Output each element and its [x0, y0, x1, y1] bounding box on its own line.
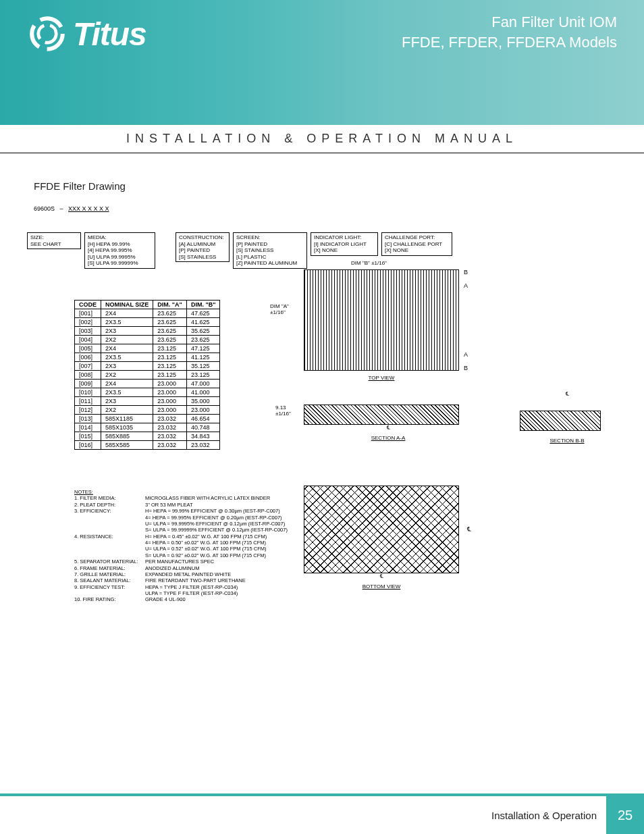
table-cell: [015] — [75, 432, 101, 441]
table-cell: [011] — [75, 397, 101, 406]
table-row: [006]2X3.523.12541.125 — [75, 353, 220, 362]
table-cell: 585X585 — [101, 441, 153, 450]
table-cell: [006] — [75, 353, 101, 362]
table-row: [009]2X423.00047.000 — [75, 380, 220, 388]
bottom-view-label: BOTTOM VIEW — [304, 583, 459, 590]
table-cell: [002] — [75, 318, 101, 327]
note-label: 1. FILTER MEDIA: — [74, 495, 145, 501]
table-cell: 40.748 — [186, 423, 220, 432]
table-row: [002]2X3.523.62541.625 — [75, 318, 220, 327]
note-value: FIRE RETARDANT TWO-PART URETHANE — [145, 577, 246, 583]
table-row: [014]585X103523.03240.748 — [75, 423, 220, 432]
table-cell: 585X885 — [101, 432, 153, 441]
sec-h-label: 9.13 ±1/16" — [275, 405, 291, 417]
table-cell: 2X3.5 — [101, 388, 153, 397]
note-label: 6. FRAME MATERIAL: — [74, 565, 145, 571]
note-label: 10. FIRE RATING: — [74, 596, 145, 602]
note-row: S= ULPA = 99.99999% EFFICIENT @ 0.12µm (… — [74, 527, 288, 533]
table-cell: [016] — [75, 441, 101, 450]
table-cell: 23.125 — [153, 362, 187, 371]
table-cell: 23.125 — [153, 344, 187, 353]
bottom-view-rect — [304, 486, 459, 573]
cl-bb-top: ℄ — [520, 391, 614, 397]
note-label — [74, 515, 145, 521]
table-cell: 35.125 — [186, 362, 220, 371]
note-value: 4= HEPA = 0.50" ±0.02" W.G. AT 100 FPM (… — [145, 540, 266, 546]
note-value: ULPA = TYPE F FILTER (IEST-RP-C034) — [145, 590, 238, 596]
table-cell: 23.000 — [153, 388, 187, 397]
cl-aa: ℄ — [304, 425, 473, 431]
note-row: 5. SEPARATOR MATERIAL:PER MANUFACTURES S… — [74, 558, 288, 565]
note-label — [74, 521, 145, 527]
table-cell: 2X2 — [101, 336, 153, 344]
cl-bottom: ℄ — [304, 573, 459, 579]
opt-size: SIZE: SEE CHART — [27, 232, 81, 249]
table-cell: 23.032 — [186, 441, 220, 450]
note-value: S= ULPA = 0.92" ±0.02" W.G. AT 100 FPM (… — [145, 552, 266, 558]
table-cell: 2X3.5 — [101, 353, 153, 362]
size-table: CODENOMINAL SIZEDIM. "A"DIM. "B" [001]2X… — [74, 300, 220, 450]
opt-construction: CONSTRUCTION: [A] ALUMINUM [P] PAINTED [… — [176, 232, 230, 262]
table-cell: 2X4 — [101, 380, 153, 388]
opt-challenge: CHALLENGE PORT: [C] CHALLENGE PORT [X] N… — [381, 232, 452, 256]
table-cell: 2X3.5 — [101, 318, 153, 327]
table-row: [016]585X58523.03223.032 — [75, 441, 220, 450]
footer: Installation & Operation 25 — [491, 796, 644, 834]
note-row: 7. GRILLE MATERIAL:EXPANDED METAL PAINTE… — [74, 571, 288, 577]
section-bb: ℄ SECTION B-B — [520, 391, 614, 444]
note-label — [74, 540, 145, 546]
table-cell: 23.125 — [153, 371, 187, 380]
note-value: S= ULPA = 99.99999% EFFICIENT @ 0.12µm (… — [145, 527, 288, 533]
size-table-header: NOMINAL SIZE — [101, 301, 153, 309]
table-cell: 47.000 — [186, 380, 220, 388]
table-cell: 23.625 — [186, 336, 220, 344]
note-value: 4= HEPA = 99.995% EFFICIENT @ 0.20µm (IE… — [145, 515, 282, 521]
note-value: ANODIZED ALUMINUM — [145, 565, 199, 571]
table-cell: 41.625 — [186, 318, 220, 327]
table-row: [003]2X323.62535.625 — [75, 327, 220, 336]
table-cell: 35.000 — [186, 397, 220, 406]
table-cell: [010] — [75, 388, 101, 397]
note-row: 8. SEALANT MATERIAL:FIRE RETARDANT TWO-P… — [74, 577, 288, 583]
bottom-view: ℄ BOTTOM VIEW ℄ — [304, 486, 459, 590]
table-row: [012]2X223.00023.000 — [75, 406, 220, 415]
content-area: FFDE Filter Drawing 69600S – XXX X X X X… — [0, 153, 644, 624]
note-row: U= ULPA = 0.52" ±0.02" W.G. AT 100 FPM (… — [74, 546, 288, 552]
note-label: 7. GRILLE MATERIAL: — [74, 571, 145, 577]
top-view: DIM "B" ±1/16" DIM "A" ±1/16" B B A A TO… — [304, 269, 459, 381]
dim-b-label: DIM "B" ±1/16" — [351, 260, 387, 266]
table-cell: 47.625 — [186, 309, 220, 318]
table-cell: 41.125 — [186, 353, 220, 362]
table-cell: [013] — [75, 415, 101, 423]
opt-media: MEDIA: [H] HEPA 99.99% [4] HEPA 99.995% … — [84, 232, 155, 269]
note-label — [74, 590, 145, 596]
top-view-label: TOP VIEW — [304, 375, 459, 381]
section-aa: 9.13 ±1/16" ℄ SECTION A-A — [304, 405, 473, 441]
note-label — [74, 527, 145, 533]
section-bb-label: SECTION B-B — [520, 438, 614, 444]
table-cell: 23.032 — [153, 415, 187, 423]
header-titles: Fan Filter Unit IOM FFDE, FFDER, FFDERA … — [402, 14, 617, 51]
table-row: [008]2X223.12523.125 — [75, 371, 220, 380]
table-cell: 23.000 — [153, 397, 187, 406]
table-cell: 35.625 — [186, 327, 220, 336]
table-cell: 23.625 — [153, 327, 187, 336]
header-title-1: Fan Filter Unit IOM — [402, 14, 617, 31]
table-row: [005]2X423.12547.125 — [75, 344, 220, 353]
size-table-header: CODE — [75, 301, 101, 309]
table-cell: 2X3 — [101, 327, 153, 336]
table-cell: 23.625 — [153, 336, 187, 344]
section-aa-rect — [304, 405, 459, 425]
table-cell: 23.125 — [186, 371, 220, 380]
table-cell: 2X4 — [101, 344, 153, 353]
opt-media-title: MEDIA: — [88, 234, 152, 241]
notes-heading: NOTES: — [74, 489, 288, 495]
note-value: H= HEPA = 99.99% EFFICIENT @ 0.30µm (IES… — [145, 508, 280, 514]
table-cell: [009] — [75, 380, 101, 388]
page-number: 25 — [606, 796, 644, 834]
note-value: H= HEPA = 0.45" ±0.02" W.G. AT 100 FPM (… — [145, 533, 267, 540]
table-cell: [007] — [75, 362, 101, 371]
top-view-rect: B B A A — [304, 269, 459, 371]
note-row: 10. FIRE RATING:GRADE 4 UL-900 — [74, 596, 288, 602]
note-row: 4. RESISTANCE:H= HEPA = 0.45" ±0.02" W.G… — [74, 533, 288, 540]
